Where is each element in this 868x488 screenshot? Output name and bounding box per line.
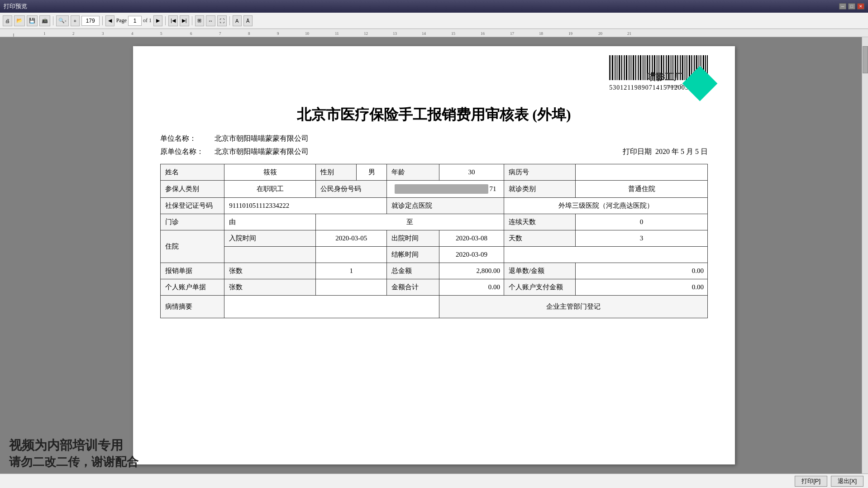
right-scrollbar[interactable] [862,37,868,474]
zoom-input[interactable]: 179 [81,16,100,26]
full-screen-button[interactable]: ⛶ [217,15,227,26]
svg-rect-69 [687,55,688,80]
svg-rect-32 [623,55,623,80]
svg-rect-45 [645,55,646,80]
cell-value-days: 3 [576,230,708,247]
main-area: 530121198907141571200505038 喵影工厂 more 9 … [0,37,868,474]
svg-rect-53 [659,55,660,80]
cell-value-consecutive-days: 0 [576,214,708,230]
cell-label-dept-register: 企业主管部门登记 [439,296,708,318]
svg-text:15: 15 [451,31,456,36]
save-button[interactable]: 💾 [27,15,38,26]
open-button[interactable]: 📂 [14,15,25,26]
zoom-out-button[interactable]: 🔍- [56,15,69,26]
svg-rect-62 [675,55,676,80]
page-number-input[interactable]: 1 [128,16,142,26]
svg-text:5: 5 [160,31,162,36]
cell-value-medical-record [576,164,708,181]
svg-rect-28 [615,55,616,80]
svg-text:18: 18 [539,31,544,36]
cell-value-insured-type: 在职职工 [224,181,316,198]
cell-label-discharge-date: 出院时间 [387,230,439,247]
cell-value-outpatient-to: 至 [316,214,504,230]
close-button[interactable]: ✕ [857,3,864,10]
svg-text:14: 14 [422,31,426,36]
svg-text:17: 17 [510,31,515,36]
separator-3 [165,16,166,25]
print-toolbar-button[interactable]: 🖨 [3,15,12,26]
svg-rect-70 [689,55,690,80]
svg-text:4: 4 [131,31,134,36]
first-page-button[interactable]: |◀ [168,15,178,26]
cell-label-designated-hospital: 就诊定点医院 [387,198,504,214]
table-row: 住院 入院时间 2020-03-05 出院时间 2020-03-08 天数 3 [161,230,708,247]
bottom-bar: 打印[P] 退出[X] [0,474,868,488]
cell-label-visit-type: 就诊类别 [504,181,576,198]
text-button[interactable]: A [233,15,242,26]
cell-value-medical-summary [224,296,439,318]
window-title: 打印预览 [4,2,27,10]
svg-text:3: 3 [102,31,104,36]
cell-label-checkout [224,247,316,263]
barcode-area: 530121198907141571200505038 [608,55,708,91]
font-button[interactable]: Ā [243,15,253,26]
svg-rect-46 [647,55,648,80]
svg-rect-66 [682,55,683,80]
svg-rect-59 [670,55,671,80]
cell-value-age: 30 [439,164,504,181]
company-value: 北京市朝阳喵喵蒙蒙有限公司 [215,134,708,144]
maximize-button[interactable]: □ [848,3,855,10]
table-row: 报销单据 张数 1 总金额 2,800.00 退单数/金额 0.00 [161,263,708,279]
print-date-area: 打印日期 2020 年 5 月 5 日 [623,147,708,157]
cell-value-admission-date: 2020-03-05 [316,230,387,247]
svg-text:13: 13 [393,31,397,36]
svg-text:16: 16 [481,31,485,36]
cell-value-total-amount: 2,800.00 [439,263,504,279]
cell-label-age: 年龄 [387,164,439,181]
svg-rect-54 [661,55,662,80]
cell-label-total-amount: 总金额 [387,263,439,279]
next-page-button[interactable]: ▶ [153,15,162,26]
cell-label-medical-summary: 病情摘要 [161,296,224,318]
prev-page-button[interactable]: ◀ [105,15,114,26]
cell-value-id-number: ████████████71 [387,181,504,198]
svg-rect-36 [630,55,630,80]
svg-rect-51 [656,55,657,80]
cell-label-id-number: 公民身份号码 [316,181,387,198]
last-page-button[interactable]: ▶| [180,15,189,26]
svg-rect-38 [633,55,634,80]
svg-text:2: 2 [72,31,75,36]
id-blurred-part: ████████████ [395,184,489,194]
original-company-row: 原单位名称： 北京市朝阳喵喵蒙蒙有限公司 打印日期 2020 年 5 月 5 日 [160,147,708,157]
fit-page-button[interactable]: ⊞ [195,15,204,26]
svg-text:7: 7 [219,31,221,36]
svg-rect-47 [649,55,650,80]
svg-rect-49 [652,55,653,80]
cell-label-sheet-count: 张数 [224,263,316,279]
svg-rect-50 [654,55,655,80]
cell-label-amount-total: 金额合计 [387,279,439,296]
separator-5 [229,16,230,25]
print-date-label: 打印日期 [623,147,652,157]
svg-rect-55 [663,55,664,80]
zoom-in-button[interactable]: + [71,15,80,26]
fit-width-button[interactable]: ↔ [206,15,215,26]
svg-rect-48 [651,55,651,80]
separator-4 [192,16,192,25]
fax-button[interactable]: 📠 [39,15,50,26]
print-date-value: 2020 年 5 月 5 日 [655,147,708,157]
document-page: 530121198907141571200505038 喵影工厂 more 9 … [133,46,735,464]
svg-rect-73 [694,55,695,80]
svg-text:8: 8 [248,31,250,36]
print-button[interactable]: 打印[P] [795,476,827,487]
svg-text:10: 10 [305,31,310,36]
scrollbar-thumb[interactable] [863,46,868,73]
svg-rect-60 [672,55,672,80]
page-of: of 1 [143,17,152,24]
svg-rect-25 [610,55,611,80]
page-label: Page [116,17,127,24]
svg-text:19: 19 [568,31,573,36]
minimize-button[interactable]: ─ [839,3,846,10]
exit-button[interactable]: 退出[X] [831,476,863,487]
cell-label-personal-payment: 个人账户支付金额 [504,279,576,296]
